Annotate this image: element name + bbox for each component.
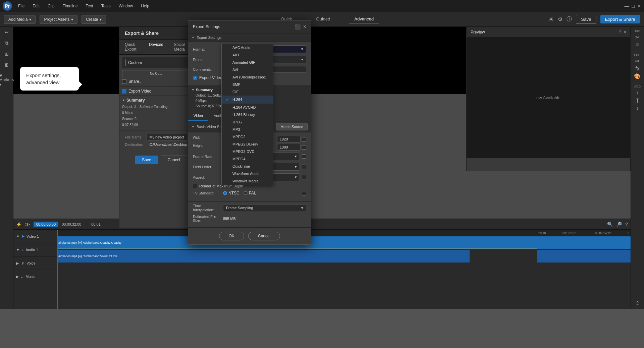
custom-preset[interactable]: Custom (122, 57, 190, 68)
format-option-avi-uncompressed[interactable]: AVI (Uncompressed) (222, 73, 273, 81)
gear-icon[interactable]: ⚙ (558, 16, 562, 22)
effects-icon[interactable]: fx (635, 66, 639, 72)
export-video-checkbox[interactable] (122, 89, 126, 94)
devices-tab[interactable]: Devices (144, 40, 169, 54)
format-option-mpeg2[interactable]: MPEG2 (222, 133, 273, 140)
format-option-mp3[interactable]: MP3 (222, 126, 273, 133)
file-name-input[interactable] (147, 134, 187, 140)
format-option-aiff[interactable]: AIFF (222, 51, 273, 59)
video1-expand-icon[interactable]: ▼ (16, 234, 20, 238)
right-video-clip[interactable] (537, 236, 631, 249)
format-option-gif[interactable]: GIF (222, 88, 273, 96)
music-add-icon[interactable]: ♪ (636, 105, 639, 111)
tv-standard-checkbox[interactable] (302, 191, 306, 195)
plus-icon[interactable]: ＋ (635, 90, 640, 97)
format-option-aac[interactable]: AAC Audio (222, 44, 273, 51)
export-video-checkbox-2[interactable]: ✓ (193, 76, 197, 80)
width-input[interactable] (277, 136, 301, 142)
width-lock-checkbox[interactable] (302, 137, 306, 141)
time-interpolation-select[interactable]: Frame Sampling ▾ (223, 204, 306, 212)
info-icon[interactable]: ⓘ (567, 16, 572, 23)
field-order-checkbox[interactable] (302, 165, 306, 169)
table-icon[interactable]: ⊞ (5, 51, 9, 57)
format-option-windows-media[interactable]: Windows Media (222, 177, 273, 185)
color-icon[interactable]: 🎨 (634, 73, 641, 79)
window-minimize-icon[interactable]: — (625, 3, 629, 9)
width-control (277, 136, 306, 142)
preview-close-icon[interactable]: × (624, 30, 626, 35)
frame-rate-checkbox[interactable] (302, 154, 306, 159)
format-option-h264-avchd[interactable]: H.264 AVCHD (222, 104, 273, 111)
undo-icon[interactable]: ↩ (5, 30, 9, 35)
project-assets-button[interactable]: Project Assets ▾ (40, 15, 77, 24)
music-expand-icon[interactable]: ▶ (16, 275, 19, 279)
scroll-icon[interactable]: ⇕ (635, 300, 640, 306)
menu-file[interactable]: File (15, 2, 28, 10)
menu-clip[interactable]: Clip (44, 2, 58, 10)
panel-cancel-button[interactable]: Cancel (161, 156, 187, 164)
right-audio-clip[interactable] (537, 250, 631, 263)
trim-icon[interactable]: ≫ (25, 222, 30, 227)
estimated-size-label: Estimated File Size: (193, 215, 223, 223)
panel-save-button[interactable]: Save (135, 156, 158, 164)
menu-edit[interactable]: Edit (29, 2, 43, 10)
format-option-mpeg2-bluray[interactable]: MPEG2 Blu-ray (222, 140, 273, 148)
export-video-label: Export Video (128, 89, 152, 94)
add-media-button[interactable]: Add Media ▾ (4, 15, 36, 24)
video-tab[interactable]: Video (188, 111, 208, 121)
pal-radio[interactable] (244, 191, 248, 195)
adjust-icon[interactable]: ≡ (636, 42, 639, 48)
preview-help-icon[interactable]: ? (619, 30, 621, 35)
voice-expand-icon[interactable]: ▶ (16, 261, 19, 266)
marker-icon[interactable]: ◈ Markers ▾ (0, 73, 14, 87)
create-button[interactable]: Create ▾ (82, 15, 106, 24)
format-option-mpeg4[interactable]: MPEG4 (222, 155, 273, 163)
format-option-avi[interactable]: AVI (222, 66, 273, 73)
zoom-in-icon[interactable]: 🔎 (616, 222, 622, 227)
format-option-h264-bluray[interactable]: H.264 Blu-ray (222, 111, 273, 118)
audio-clip[interactable]: airplanes.mp4 [A] Rubberband:Volume:Leve… (57, 250, 470, 263)
window-close-icon[interactable]: ✕ (637, 3, 641, 9)
timeline-help-icon[interactable]: ? (625, 222, 628, 227)
height-lock-checkbox[interactable] (302, 145, 306, 150)
text-icon[interactable]: T (636, 98, 639, 104)
zoom-out-icon[interactable]: 🔍 (607, 222, 613, 227)
quick-export-tab[interactable]: Quick Export (119, 40, 144, 54)
tab-advanced[interactable]: Advanced (349, 14, 379, 24)
save-button[interactable]: Save (576, 15, 596, 24)
format-option-animated-gif[interactable]: Animated GIF (222, 59, 273, 66)
menu-timeline[interactable]: Timeline (59, 2, 81, 10)
format-option-quicktime[interactable]: QuickTime (222, 163, 273, 170)
tab-guided[interactable]: Guided (311, 14, 336, 24)
monitor-icon[interactable]: ⬛ (295, 24, 301, 30)
format-option-h264[interactable]: ✓ H.264 (222, 96, 273, 104)
format-option-waveform[interactable]: Waveform Audio (222, 170, 273, 177)
aspect-checkbox[interactable] (302, 175, 306, 179)
format-option-bmp[interactable]: BMP (222, 81, 273, 88)
format-option-jpeg[interactable]: JPEG (222, 118, 273, 126)
ok-button[interactable]: OK (219, 232, 244, 240)
audio1-expand-icon[interactable]: ▼ (16, 248, 20, 252)
render-max-depth-checkbox[interactable] (193, 184, 197, 188)
match-source-button[interactable]: Match Source (276, 123, 308, 130)
menu-help[interactable]: Help (138, 2, 153, 10)
pen-icon[interactable]: ✏ (635, 58, 640, 64)
app-icon: Pr (3, 1, 12, 11)
ntsc-radio[interactable] (223, 191, 227, 195)
menu-window[interactable]: Window (115, 2, 137, 10)
menu-tools[interactable]: Tools (98, 2, 114, 10)
menu-text[interactable]: Text (83, 2, 97, 10)
copy-icon[interactable]: ⧉ (5, 40, 8, 46)
delete-icon[interactable]: 🗑 (4, 62, 9, 67)
share-checkbox[interactable] (122, 79, 126, 84)
format-option-mpeg2-dvd[interactable]: MPEG2-DVD (222, 148, 273, 155)
no-custom-button[interactable]: No Cu... (122, 70, 190, 77)
export-share-button[interactable]: Export & Share (600, 15, 640, 23)
sun-icon[interactable]: ☀ (548, 16, 554, 23)
window-maximize-icon[interactable]: □ (632, 3, 635, 9)
dialog-cancel-button[interactable]: Cancel (248, 232, 280, 240)
height-input[interactable] (277, 144, 301, 151)
dialog-close-icon[interactable]: × (303, 24, 306, 30)
crop-icon[interactable]: ✂ (635, 34, 640, 41)
split-icon[interactable]: ⚡ (16, 222, 22, 227)
